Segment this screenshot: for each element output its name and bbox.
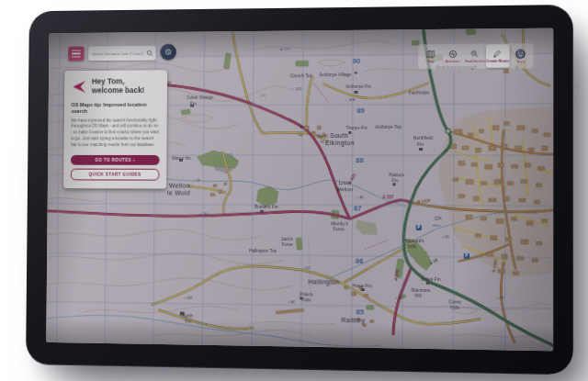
map-label: South <box>330 133 348 140</box>
map-label: 75 <box>320 140 324 144</box>
map-label: 56 <box>290 300 295 304</box>
os-maps-app: 908988878685SouthElkingtonWeltonle WoldH… <box>46 28 553 352</box>
map-label: 73 <box>196 179 200 183</box>
map-label: Church Top <box>290 74 312 79</box>
quick-start-guides-button[interactable]: QUICK START GUIDES <box>71 169 160 181</box>
map-toolbar: Map Activities Find Routes <box>418 43 533 69</box>
map-label: Fm <box>185 320 191 325</box>
map-label: 111 <box>305 266 311 270</box>
toolbar-item-print[interactable]: Print <box>510 44 531 68</box>
map-label: Elkington <box>325 140 355 147</box>
map-label: 113 <box>202 212 209 216</box>
map-label: Furze <box>334 228 345 232</box>
map-label: Furze <box>282 243 293 248</box>
grid-number: 90 <box>353 58 360 65</box>
map-label: A 153 <box>394 269 401 281</box>
locate-icon <box>164 48 173 57</box>
map-label: 121 <box>296 87 302 91</box>
map-label: Hole <box>301 298 311 303</box>
map-label: Hallington <box>308 279 339 286</box>
map-label: 36 <box>359 196 364 199</box>
os-maps-arrow-logo <box>72 80 86 95</box>
map-label: A 157 <box>382 196 393 200</box>
map-label: B 1520 <box>492 259 499 273</box>
map-label: Raithby <box>341 318 365 324</box>
map-label: Fm <box>417 143 424 148</box>
tablet-device-frame: 908988878685SouthElkingtonWeltonle WoldH… <box>26 5 573 375</box>
parking-marker: P <box>416 225 422 230</box>
map-label: Allenby's <box>331 222 348 227</box>
map-label: Home Fm <box>353 285 372 289</box>
hamburger-icon <box>72 50 81 51</box>
map-label: Hill <box>415 295 422 299</box>
grid-number: 86 <box>356 258 363 265</box>
toolbar-item-create-route[interactable]: Create Route <box>486 44 509 68</box>
welcome-card: Hey Tom, welcome back! OS Maps tip: Impr… <box>63 70 167 188</box>
find-routes-icon <box>470 50 480 59</box>
map-label: Slates Fm <box>421 278 441 283</box>
screenshot-stage: 908988878685SouthElkingtonWeltonle WoldH… <box>0 0 588 381</box>
search-bar[interactable] <box>88 46 155 61</box>
map-label: 77 <box>500 297 504 300</box>
map-label: Resr <box>433 224 441 228</box>
map-label: 120 <box>260 95 266 98</box>
tip-title: OS Maps tip: Improved location search <box>71 102 160 115</box>
device-perspective: 908988878685SouthElkingtonWeltonle WoldH… <box>0 0 588 381</box>
map-label: ✚ <box>300 126 303 130</box>
map-label: Fm <box>190 103 197 107</box>
map-label: Jack's <box>281 238 293 242</box>
grid-number: 88 <box>356 157 363 164</box>
map-label: A 16 <box>429 258 439 266</box>
map-label: Northfield <box>413 137 433 141</box>
map-label: Welton <box>336 187 354 192</box>
map-label: Welton <box>169 184 190 190</box>
map-label: le Wold <box>167 191 190 197</box>
map-label: A 631 <box>348 173 357 185</box>
grid-number: 85 <box>356 308 364 316</box>
map-label: Fanthorpe <box>409 91 429 95</box>
search-input[interactable] <box>88 50 146 55</box>
search-icon <box>146 49 154 57</box>
activities-icon <box>448 50 458 59</box>
tip-body: We have improved the search functionalit… <box>71 118 160 149</box>
map-label: Pasture <box>389 174 404 178</box>
map-label: Hills <box>408 245 416 250</box>
toolbar-item-find-routes[interactable]: Find Routes <box>464 45 485 68</box>
map-label: ✚ <box>355 72 358 76</box>
map-label: 118 <box>187 297 193 300</box>
parking-marker: P <box>464 253 469 259</box>
go-to-routes-button[interactable]: GO TO ROUTES › <box>71 155 160 165</box>
grid-number: 87 <box>354 205 361 212</box>
map-label: Bunkers Fm <box>254 206 278 210</box>
tablet-screen: 908988878685SouthElkingtonWeltonle WoldH… <box>46 28 553 352</box>
print-icon <box>515 49 526 59</box>
map-label: 65 <box>445 235 449 239</box>
map-label: Thorpe Fm <box>345 127 368 131</box>
map-label: Cotes Grange <box>187 96 213 101</box>
map-label: Acthorpe Fm <box>345 85 371 90</box>
toolbar-item-activities[interactable]: Activities <box>442 45 463 68</box>
greeting-text: Hey Tom, welcome back! <box>92 77 145 95</box>
map-label: North <box>183 315 194 319</box>
map-label: CH <box>435 218 441 222</box>
map-label: 76 <box>398 297 402 300</box>
hamburger-menu-button[interactable] <box>68 47 84 62</box>
map-label: Manor Ho <box>172 157 191 162</box>
map-label: Hallington Top <box>249 250 277 254</box>
map-icon <box>426 50 435 59</box>
grid-number: 89 <box>356 107 364 115</box>
map-label: Fm <box>392 179 399 184</box>
map-label: Meml <box>317 135 328 140</box>
map-label: Acthorpe Village <box>320 73 352 78</box>
map-label: Acthorpe Top <box>376 126 402 130</box>
create-route-icon <box>493 50 503 59</box>
toolbar-item-map[interactable]: Map <box>420 45 441 68</box>
map-label: B 1200 <box>417 199 431 205</box>
map-label: 105 <box>348 98 355 102</box>
map-label: Hills <box>450 307 458 311</box>
map-label: ▲124 <box>279 47 290 50</box>
